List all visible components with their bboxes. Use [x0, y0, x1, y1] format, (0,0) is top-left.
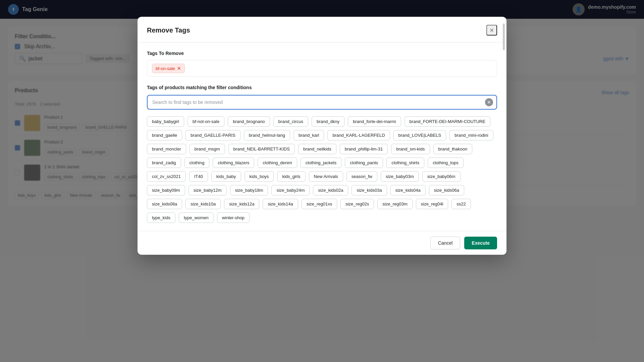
tag-item[interactable]: baby_babygirl [147, 116, 184, 127]
tag-item[interactable]: size_kids14a [263, 199, 298, 209]
tag-item[interactable]: size_baby09m [147, 185, 185, 195]
tag-item[interactable]: brand_dkny [312, 116, 344, 127]
tag-item[interactable]: kids_baby [211, 171, 241, 182]
modal-overlay: Remove Tags × Tags To Remove bf-on-sale … [0, 0, 644, 362]
scrollbar-thumb [503, 23, 505, 50]
tag-item[interactable]: size_baby03m [381, 171, 419, 182]
tag-item[interactable]: clothing_shirts [386, 158, 424, 168]
tag-item[interactable]: brand_GAELLE-PARIS [185, 130, 240, 140]
tag-item[interactable]: brand_zadig [147, 158, 181, 168]
tag-item[interactable]: winter-shop [217, 213, 250, 223]
modal-scrollbar[interactable] [502, 17, 505, 255]
remove-tag-x-icon[interactable]: ✕ [177, 66, 181, 71]
cancel-button[interactable]: Cancel [430, 237, 461, 249]
search-input[interactable] [147, 95, 497, 110]
tag-item[interactable]: size_reg04l [416, 199, 448, 209]
tag-item[interactable]: brand_moncler [147, 144, 186, 154]
tag-item[interactable]: kids_girls [277, 171, 305, 182]
modal-body: Tags To Remove bf-on-sale ✕ Tags of prod… [138, 43, 506, 231]
tag-item[interactable]: brand_sm-kids [391, 144, 430, 154]
tag-item[interactable]: size_kids02a [313, 185, 348, 195]
tag-item[interactable]: New Arrivals [309, 171, 343, 182]
tag-item[interactable]: type_kids [147, 213, 175, 223]
selected-tag-label: bf-on-sale [156, 66, 175, 71]
tag-item[interactable]: IT40 [189, 171, 208, 182]
tag-item[interactable]: brand_NEIL-BARRETT-KIDS [228, 144, 295, 154]
tag-item[interactable]: brand_brognano [228, 116, 270, 127]
tag-item[interactable]: clothing_blazers [213, 158, 254, 168]
tag-item[interactable]: size_kids04a [390, 185, 426, 195]
tag-item[interactable]: size_reg02s [340, 199, 374, 209]
tag-item[interactable]: size_kids08a [147, 199, 182, 209]
available-tags-grid: baby_babygirlbf-not-on-salebrand_brognan… [147, 116, 497, 223]
tag-item[interactable]: size_reg01xs [302, 199, 337, 209]
search-clear-button[interactable]: ✕ [485, 98, 493, 106]
tag-item[interactable]: brand_LOVE|LABELS [393, 130, 446, 140]
modal-title: Remove Tags [147, 26, 190, 34]
search-wrapper: ✕ [147, 95, 497, 110]
tag-item[interactable]: clothing_pants [345, 158, 383, 168]
tag-item[interactable]: ss22 [451, 199, 471, 209]
tags-to-remove-area: bf-on-sale ✕ [147, 60, 497, 77]
tag-item[interactable]: brand_msgm [190, 144, 225, 154]
tags-to-remove-label: Tags To Remove [147, 51, 497, 56]
tag-item[interactable]: brand_helmut-lang [244, 130, 290, 140]
execute-button[interactable]: Execute [464, 237, 497, 249]
tag-item[interactable]: size_baby06m [422, 171, 461, 182]
tag-item[interactable]: season_fw [346, 171, 377, 182]
tag-item[interactable]: brand_phillip-lim-31 [340, 144, 388, 154]
tag-item[interactable]: brand_FORTE-DEI-MARMI-COUTURE [405, 116, 491, 127]
tag-item[interactable]: brand_thakoon [433, 144, 473, 154]
matching-section-title: Tags of products matching the filter con… [147, 85, 497, 90]
tag-item[interactable]: brand_neilkids [298, 144, 336, 154]
tag-item[interactable]: size_kids10a [185, 199, 221, 209]
tag-item[interactable]: brand_karl [293, 130, 324, 140]
tag-item[interactable]: brand_gaelle [147, 130, 182, 140]
modal-footer: Cancel Execute [138, 231, 506, 255]
tag-item[interactable]: kids_boys [245, 171, 274, 182]
tag-item[interactable]: size_reg03m [377, 199, 412, 209]
tag-item[interactable]: brand_forte-dei-marmi [348, 116, 401, 127]
tag-item[interactable]: brand_KARL-LAGERFELD [327, 130, 390, 140]
tag-item[interactable]: type_women [179, 213, 214, 223]
tag-item[interactable]: clothing_denim [258, 158, 297, 168]
tag-item[interactable]: brand_mini-rodini [449, 130, 493, 140]
tag-item[interactable]: size_kids03a [352, 185, 387, 195]
tag-item[interactable]: size_baby18m [230, 185, 268, 195]
tag-item[interactable]: size_baby12m [189, 185, 227, 195]
close-button[interactable]: × [486, 25, 497, 36]
tag-item[interactable]: clothing_tops [428, 158, 464, 168]
tag-item[interactable]: bf-not-on-sale [187, 116, 224, 127]
remove-tags-modal: Remove Tags × Tags To Remove bf-on-sale … [138, 17, 506, 255]
modal-header: Remove Tags × [138, 17, 506, 43]
selected-tag-chip[interactable]: bf-on-sale ✕ [152, 64, 185, 73]
tag-item[interactable]: clothing [184, 158, 210, 168]
tag-item[interactable]: clothing_jackets [301, 158, 342, 168]
tag-item[interactable]: size_baby24m [271, 185, 310, 195]
tag-item[interactable]: size_kids12a [224, 199, 259, 209]
tag-item[interactable]: col_zv_ss2021 [147, 171, 186, 182]
tag-item[interactable]: brand_circus [273, 116, 308, 127]
tag-item[interactable]: size_kids06a [429, 185, 464, 195]
